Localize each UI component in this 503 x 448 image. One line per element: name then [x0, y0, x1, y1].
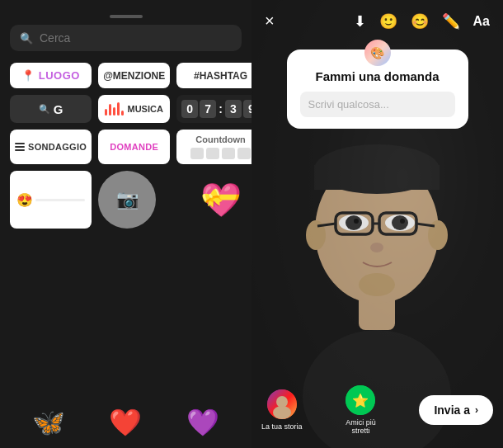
toolbar-actions: ⬇ 🙂 😊 ✏️ Aa [354, 12, 490, 31]
question-sticker-title: Fammi una domanda [300, 69, 455, 83]
search-icon: 🔍 [20, 32, 33, 45]
svg-point-22 [276, 396, 288, 408]
emoji-face-icon[interactable]: 🙂 [379, 12, 397, 31]
poll-line [15, 149, 25, 151]
sticker-countdown-label: Countdown [195, 134, 245, 144]
svg-point-8 [354, 219, 359, 224]
close-button[interactable]: × [265, 12, 275, 31]
svg-point-17 [370, 243, 383, 252]
sticker-mention-label: @MENZIONE [103, 70, 165, 82]
close-friends-option[interactable]: ⭐ Amici più stretti [336, 385, 385, 435]
heart-world-emoji: 💝 [200, 181, 242, 219]
countdown-blocks [190, 148, 251, 159]
text-style-button[interactable]: Aa [473, 14, 490, 29]
hash-sign: # [194, 70, 200, 82]
timer-digit-0: 0 [181, 100, 198, 118]
sticker-questions-label: DOMANDE [110, 142, 158, 152]
sticker-grid: 📍 LUOGO @MENZIONE #HASHTAG 🔍 G [10, 63, 242, 229]
sticker-hashtag[interactable]: #HASHTAG [176, 63, 252, 88]
music-bars-icon [105, 102, 124, 116]
svg-rect-20 [314, 165, 440, 190]
emoji-icon: 😍 [16, 192, 33, 208]
at-sign: @ [103, 70, 113, 82]
countdown-block [206, 148, 219, 159]
sticker-camera[interactable]: 📷 [98, 171, 156, 229]
sticker-luogo[interactable]: 📍 LUOGO [10, 63, 92, 88]
sticker-poll[interactable]: SONDAGGIO [10, 130, 92, 164]
story-preview-panel: × ⬇ 🙂 😊 ✏️ Aa 🎨 Fammi una domanda Scrivi… [252, 0, 503, 448]
sticker-gif[interactable]: 🔍 G [10, 95, 92, 123]
gif-label: G [54, 102, 63, 116]
drag-handle [110, 15, 143, 18]
red-heart-icon[interactable]: ❤️ [109, 407, 142, 438]
svg-point-11 [400, 219, 405, 224]
svg-point-18 [359, 273, 395, 296]
send-button-label: Invia a [434, 403, 470, 417]
my-story-label: La tua storia [261, 422, 303, 431]
bottom-bar: La tua storia ⭐ Amici più stretti Invia … [252, 385, 503, 435]
chevron-right-icon: › [475, 404, 478, 416]
poll-line [15, 146, 25, 148]
emoji-slider-track [35, 199, 85, 201]
sticker-questions[interactable]: DOMANDE [98, 130, 170, 164]
sticker-music-label: MUSICA [127, 104, 162, 114]
music-bar [121, 111, 124, 116]
poll-line [15, 143, 25, 144]
svg-point-23 [273, 406, 291, 419]
pink-heart-icon[interactable]: 💜 [186, 407, 219, 438]
close-friends-avatar: ⭐ [346, 385, 375, 415]
svg-text:⭐: ⭐ [352, 393, 369, 408]
music-bar [109, 104, 111, 116]
download-icon[interactable]: ⬇ [354, 12, 366, 31]
music-bar [105, 109, 107, 116]
music-bar [113, 107, 115, 116]
search-bar[interactable]: 🔍 [10, 25, 242, 51]
music-bar [117, 102, 120, 116]
question-sticker[interactable]: 🎨 Fammi una domanda Scrivi qualcosa... [287, 50, 468, 129]
question-placeholder: Scrivi qualcosa... [308, 98, 389, 111]
top-toolbar: × ⬇ 🙂 😊 ✏️ Aa [252, 12, 503, 31]
my-story-option[interactable]: La tua storia [261, 389, 303, 431]
sticker-hashtag-label: #HASHTAG [194, 70, 247, 82]
sticker-timer[interactable]: 0 7 : 3 9 [176, 95, 252, 123]
poll-lines-icon [15, 143, 25, 151]
gif-search-icon: 🔍 [39, 104, 50, 115]
my-story-avatar [267, 389, 297, 419]
pen-icon[interactable]: ✏️ [442, 12, 460, 31]
svg-point-10 [392, 215, 408, 230]
timer-digit-7: 7 [200, 100, 216, 118]
pin-icon: 📍 [21, 69, 35, 82]
search-input[interactable] [40, 31, 232, 45]
svg-point-7 [346, 215, 362, 230]
timer-colon: : [218, 102, 223, 116]
sticker-world-heart[interactable]: 💝 [176, 171, 252, 229]
send-button[interactable]: Invia a › [419, 395, 493, 425]
sticker-countdown[interactable]: Countdown [176, 130, 252, 164]
close-friends-label: Amici più stretti [336, 418, 385, 435]
question-avatar: 🎨 [364, 40, 391, 66]
countdown-block [190, 148, 204, 159]
question-input-area[interactable]: Scrivi qualcosa... [300, 92, 455, 117]
countdown-block [237, 148, 251, 159]
camera-icon: 📷 [116, 189, 139, 210]
countdown-block [222, 148, 235, 159]
sticker-emoji-slider[interactable]: 😍 [10, 171, 92, 229]
sticker-poll-label: SONDAGGIO [28, 142, 87, 152]
sticker-mention[interactable]: @MENZIONE [98, 63, 170, 88]
bottom-sticker-row: 🦋 ❤️ 💜 [10, 400, 242, 438]
sticker-music[interactable]: MUSICA [98, 95, 170, 123]
sticker-icon[interactable]: 😊 [411, 12, 429, 31]
sticker-picker-panel: 🔍 📍 LUOGO @MENZIONE #HASHTAG 🔍 G [0, 0, 252, 448]
timer-digit-9: 9 [243, 100, 252, 118]
sticker-luogo-label: LUOGO [39, 69, 80, 82]
blue-butterfly-icon[interactable]: 🦋 [32, 407, 65, 438]
timer-digit-3: 3 [225, 100, 242, 118]
